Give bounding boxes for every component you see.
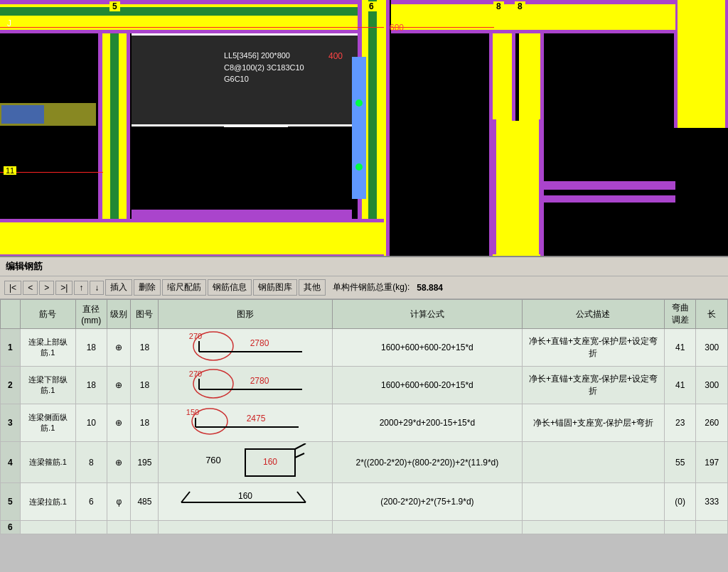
row-name-6	[20, 521, 75, 534]
row-grade-1: ⊕	[107, 329, 131, 367]
svg-text:160: 160	[238, 491, 252, 501]
row-num-4: 4	[1, 442, 21, 483]
col-header-formula: 计算公式	[332, 300, 522, 329]
shape-svg-4: 760 160	[174, 443, 316, 479]
row-num-1: 1	[1, 329, 21, 367]
row-desc-4	[522, 442, 664, 483]
toolbar-first[interactable]: |<	[4, 281, 21, 295]
row-grade-2: ⊕	[107, 367, 131, 404]
svg-line-22	[297, 492, 306, 502]
weight-label: 单构件钢筋总重(kg):	[333, 281, 410, 293]
svg-text:150: 150	[186, 408, 199, 416]
row-desc-3: 净长+锚固+支座宽-保护层+弯折	[522, 404, 664, 442]
toolbar-up[interactable]: ↑	[74, 281, 88, 295]
row-shape-2: 270 2780	[159, 367, 333, 404]
cad-row-j: J	[7, 18, 11, 28]
row-fig-2: 18	[131, 367, 159, 404]
row-bend-1: 41	[664, 329, 695, 367]
row-formula-4: 2*((200-2*20)+(800-2*20))+2*(11.9*d)	[332, 442, 522, 483]
shape-svg-2: 270 2780	[174, 368, 316, 400]
cad-annotation-ll5: LL5[3456] 200*800 C8@100(2) 3C183C10 G6C…	[224, 50, 304, 85]
row-grade-3: ⊕	[107, 404, 131, 442]
svg-text:2780: 2780	[250, 338, 269, 348]
row-dia-1: 18	[75, 329, 107, 367]
col-header-length: 长	[696, 300, 728, 329]
toolbar-other[interactable]: 其他	[299, 279, 326, 296]
row-bend-2: 41	[664, 367, 695, 404]
row-shape-1: 270 2780	[159, 329, 333, 367]
row-dia-4: 8	[75, 442, 107, 483]
toolbar-prev[interactable]: <	[23, 281, 38, 295]
svg-text:2475: 2475	[247, 414, 266, 423]
row-num-2: 2	[1, 367, 21, 404]
svg-text:270: 270	[189, 369, 202, 378]
toolbar-next[interactable]: >	[39, 281, 54, 295]
row-len-4: 197	[696, 442, 728, 483]
table-row: 5 连梁拉筋.1 6 φ 485 160	[1, 483, 728, 521]
row-num-5: 5	[1, 483, 21, 521]
row-num-3: 3	[1, 404, 21, 442]
row-dia-2: 18	[75, 367, 107, 404]
toolbar: |< < > >| ↑ ↓ 插入 删除 缩尺配筋 钢筋信息 钢筋图库 其他 单构…	[0, 276, 728, 299]
row-fig-4: 195	[131, 442, 159, 483]
col-header-name: 筋号	[20, 300, 75, 329]
toolbar-last[interactable]: >|	[55, 281, 73, 295]
table-row: 2 连梁下部纵筋.1 18 ⊕ 18 270 2780 1	[1, 367, 728, 404]
row-len-2: 300	[696, 367, 728, 404]
toolbar-library[interactable]: 钢筋图库	[253, 279, 297, 296]
row-dia-6	[75, 521, 107, 534]
row-desc-6	[522, 521, 664, 534]
cad-row-11: 11	[4, 166, 16, 175]
row-bend-6	[664, 521, 695, 534]
row-formula-2: 1600+600+600-20+15*d	[332, 367, 522, 404]
row-bend-3: 23	[664, 404, 695, 442]
row-name-1: 连梁上部纵筋.1	[20, 329, 75, 367]
table-row: 3 连梁侧面纵筋.1 10 ⊕ 18 150 2475 2	[1, 404, 728, 442]
row-dia-3: 10	[75, 404, 107, 442]
col-header-dia: 直径(mm)	[75, 300, 107, 329]
cad-axis-8a: 8	[493, 1, 504, 11]
row-name-3: 连梁侧面纵筋.1	[20, 404, 75, 442]
weight-value: 58.884	[417, 283, 443, 293]
toolbar-insert[interactable]: 插入	[105, 279, 132, 296]
row-num-6: 6	[1, 521, 21, 534]
row-desc-2: 净长+直锚+支座宽-保护层+设定弯折	[522, 367, 664, 404]
shape-svg-3: 150 2475	[174, 406, 316, 438]
col-header-grade: 级别	[107, 300, 131, 329]
rebar-table: 筋号 直径(mm) 级别 图号 图形 计算公式 公式描述 弯曲调差 长 1 连梁…	[0, 299, 728, 534]
row-dia-5: 6	[75, 483, 107, 521]
svg-line-18	[295, 453, 304, 458]
toolbar-down[interactable]: ↓	[90, 281, 104, 295]
row-formula-6	[332, 521, 522, 534]
col-header-shape: 图形	[159, 300, 333, 329]
row-len-5: 333	[696, 483, 728, 521]
row-fig-5: 485	[131, 483, 159, 521]
row-len-1: 300	[696, 329, 728, 367]
toolbar-delete[interactable]: 删除	[134, 279, 161, 296]
shape-svg-1: 270 2780	[174, 330, 316, 362]
row-shape-4: 760 160	[159, 442, 333, 483]
row-shape-5: 160	[159, 483, 333, 521]
row-fig-3: 18	[131, 404, 159, 442]
toolbar-scale[interactable]: 缩尺配筋	[162, 279, 206, 296]
shape-svg-5: 160	[174, 485, 316, 517]
svg-text:760: 760	[205, 455, 221, 465]
row-name-2: 连梁下部纵筋.1	[20, 367, 75, 404]
table-container: 筋号 直径(mm) 级别 图号 图形 计算公式 公式描述 弯曲调差 长 1 连梁…	[0, 299, 728, 534]
col-header-desc: 公式描述	[522, 300, 664, 329]
row-fig-1: 18	[131, 329, 159, 367]
row-bend-5: (0)	[664, 483, 695, 521]
row-grade-6	[107, 521, 131, 534]
row-name-5: 连梁拉筋.1	[20, 483, 75, 521]
row-desc-5	[522, 483, 664, 521]
svg-text:160: 160	[263, 457, 277, 467]
table-row: 4 连梁箍筋.1 8 ⊕ 195 760	[1, 442, 728, 483]
toolbar-info[interactable]: 钢筋信息	[208, 279, 252, 296]
cad-axis-6: 6	[366, 1, 377, 11]
row-fig-6	[131, 521, 159, 534]
rebar-edit-panel: 编辑钢筋 |< < > >| ↑ ↓ 插入 删除 缩尺配筋 钢筋信息 钢筋图库 …	[0, 256, 728, 534]
svg-line-17	[295, 443, 306, 449]
cad-drawing: 5 6 8 8 J 11 600 400 LL5[3456] 200*800 C…	[0, 0, 728, 256]
row-formula-1: 1600+600+600-20+15*d	[332, 329, 522, 367]
table-row: 6	[1, 521, 728, 534]
